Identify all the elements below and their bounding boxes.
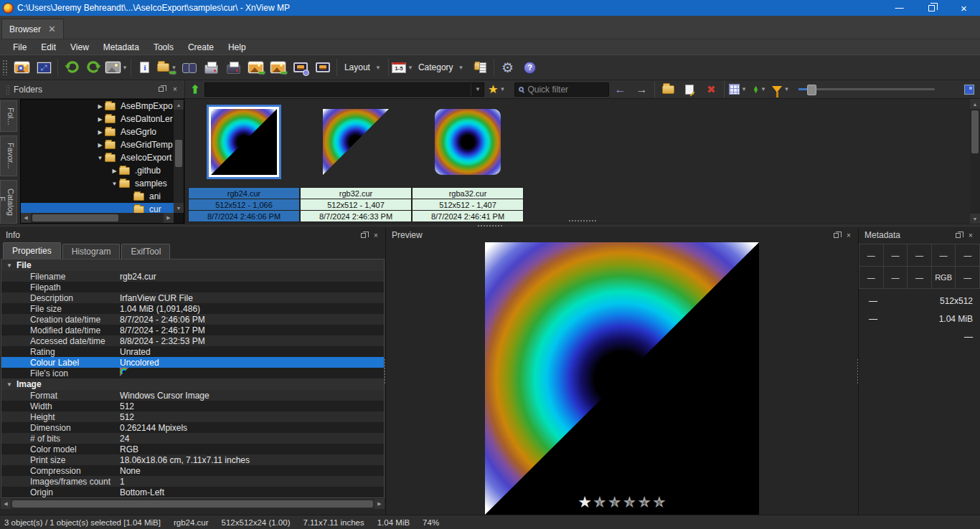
browser-vscroll-thumb[interactable]	[971, 110, 979, 153]
path-input[interactable]	[205, 85, 471, 95]
info-row-file-s-icon[interactable]: File's icon	[1, 368, 384, 378]
side-tab-2[interactable]: Catalog F...	[0, 180, 17, 224]
expand-icon[interactable]: ▶	[110, 168, 119, 174]
view-mode-button[interactable]: ▼	[727, 80, 748, 100]
parent-folder-button[interactable]: ⬆	[185, 82, 204, 96]
info-row-filepath[interactable]: Filepath	[1, 282, 384, 292]
tree-item-AseBmpExpo[interactable]: ▶AseBmpExpo	[21, 100, 174, 113]
rating-star-5[interactable]: ★5	[652, 495, 666, 510]
convert-button[interactable]: ➥	[245, 57, 267, 77]
minimize-button[interactable]: —	[883, 0, 915, 16]
info-row-print-size[interactable]: Print size18.06x18.06 cm, 7.11x7.11 inch…	[1, 454, 384, 465]
scroll-up-icon[interactable]: ▲	[174, 100, 184, 110]
scroll-down-icon[interactable]: ▼	[174, 203, 184, 213]
browse-button[interactable]	[11, 57, 32, 77]
tree-item-samples[interactable]: ▼samples	[21, 177, 174, 190]
file-info-button[interactable]	[134, 57, 156, 77]
info-horizontal-scrollbar[interactable]: ◀ ▶	[1, 499, 385, 509]
collapse-icon[interactable]: ▼	[110, 181, 119, 187]
tree-item-AseDaltonLer[interactable]: ▶AseDaltonLer	[21, 113, 174, 125]
transform-dropdown-icon[interactable]: ▼	[122, 65, 128, 71]
info-row-dimension[interactable]: Dimension0.262144 Mpixels	[1, 422, 384, 433]
info-row-accessed-date-time[interactable]: Accessed date/time8/8/2024 - 2:32:53 PM	[1, 335, 384, 346]
collapse-icon[interactable]: ▼	[6, 381, 12, 388]
tree-item-ani[interactable]: ani	[21, 190, 174, 203]
rating-star-clear[interactable]: ★	[578, 495, 592, 510]
toolbar-drag-handle[interactable]	[2, 59, 8, 75]
scroll-right-icon[interactable]: ▶	[164, 213, 174, 223]
collapse-icon[interactable]: ▼	[95, 155, 105, 161]
print-button[interactable]	[201, 57, 222, 77]
tree-item-.github[interactable]: ▶.github	[21, 164, 174, 177]
layout-dropdown[interactable]: Layout▼	[340, 57, 385, 77]
info-row-rating[interactable]: RatingUnrated	[1, 346, 384, 357]
menu-metadata[interactable]: Metadata	[96, 41, 146, 54]
menu-help[interactable]: Help	[221, 41, 253, 54]
menu-create[interactable]: Create	[181, 41, 221, 54]
info-float-button[interactable]	[358, 231, 368, 240]
info-scroll-left-icon[interactable]: ◀	[1, 499, 11, 509]
rating-star-2[interactable]: ★2	[608, 495, 622, 510]
metadata-close-button[interactable]: ×	[966, 231, 976, 240]
expand-icon[interactable]: ▶	[95, 142, 105, 148]
menu-file[interactable]: File	[6, 41, 34, 54]
collapse-icon[interactable]: ▼	[6, 262, 12, 269]
menu-view[interactable]: View	[63, 41, 96, 54]
category-tree-button[interactable]	[469, 57, 491, 77]
tree-item-AseIcoExport[interactable]: ▼AseIcoExport	[21, 151, 174, 164]
info-hscroll-thumb[interactable]	[12, 500, 373, 507]
thumbnail-size-button[interactable]: 1-5▼	[392, 57, 413, 77]
info-scroll-right-icon[interactable]: ▶	[374, 499, 385, 509]
info-row--of-bits[interactable]: # of bits24	[1, 433, 384, 444]
info-row-width[interactable]: Width512	[1, 401, 384, 411]
tab-close-icon[interactable]: ✕	[48, 24, 56, 34]
batch-convert-button[interactable]: ➥	[268, 57, 289, 77]
info-row-file-size[interactable]: File size1.04 MiB (1,091,486)	[1, 303, 384, 314]
info-tab-histogram[interactable]: Histogram	[62, 244, 121, 259]
tree-item-cur[interactable]: cur	[21, 203, 174, 213]
search-button[interactable]	[179, 57, 200, 77]
restore-button[interactable]	[915, 0, 948, 16]
side-tab-1[interactable]: Favor...	[0, 135, 17, 176]
info-row-description[interactable]: DescriptionIrfanView CUR File	[1, 292, 384, 303]
folders-close-button[interactable]: ×	[170, 85, 180, 94]
rotate-left-button[interactable]	[61, 57, 83, 77]
info-row-compression[interactable]: CompressionNone	[1, 465, 384, 476]
rating-star-3[interactable]: ★3	[623, 495, 637, 510]
preview-close-button[interactable]: ×	[844, 231, 854, 240]
browser-scroll-down-icon[interactable]: ▼	[970, 214, 980, 224]
quick-filter-box[interactable]	[514, 82, 609, 97]
info-row-modified-date-time[interactable]: Modified date/time8/7/2024 - 2:46:17 PM	[1, 325, 384, 335]
sort-button[interactable]: ▲▼▼	[748, 80, 770, 100]
category-dropdown[interactable]: Category▼	[414, 57, 468, 77]
tree-vertical-scrollbar[interactable]: ▲ ▼	[174, 100, 184, 213]
fullscreen-button[interactable]	[33, 57, 55, 77]
new-folder-button[interactable]	[657, 80, 679, 100]
path-combobox[interactable]: ▼	[204, 82, 484, 97]
forward-button[interactable]: →	[631, 80, 652, 100]
rating-star-1[interactable]: ★1	[593, 495, 607, 510]
info-row-color-model[interactable]: Color modelRGB	[1, 444, 384, 454]
tree-item-AseGridTemp[interactable]: ▶AseGridTemp	[21, 138, 174, 151]
transform-button[interactable]: ▼	[105, 57, 128, 77]
menu-edit[interactable]: Edit	[34, 41, 63, 54]
scan-button[interactable]	[223, 57, 245, 77]
preview-float-button[interactable]	[831, 231, 841, 240]
settings-button[interactable]: ⚙	[497, 57, 519, 77]
back-button[interactable]: ←	[609, 80, 631, 100]
tree-item-AseGgrlo[interactable]: ▶AseGgrlo	[21, 125, 174, 138]
rotate-right-button[interactable]	[83, 57, 105, 77]
menu-tools[interactable]: Tools	[146, 41, 181, 54]
favorites-button[interactable]: ★▼	[484, 80, 509, 100]
rename-button[interactable]	[679, 80, 700, 100]
info-close-button[interactable]: ×	[371, 231, 381, 240]
preview-image[interactable]	[485, 242, 759, 515]
info-row-origin[interactable]: OriginBottom-Left	[1, 487, 384, 497]
info-group-file[interactable]: ▼File	[1, 259, 384, 271]
export-button[interactable]: ➥▼	[156, 57, 178, 77]
path-dropdown-icon[interactable]: ▼	[471, 83, 484, 96]
info-tab-properties[interactable]: Properties	[3, 242, 61, 259]
folders-float-button[interactable]	[156, 85, 166, 94]
browser-scroll-up-icon[interactable]: ▲	[970, 99, 980, 109]
thumbnail-rgb24.cur[interactable]: rgb24.cur512x512 - 1,0668/7/2024 2:46:06…	[188, 105, 300, 222]
